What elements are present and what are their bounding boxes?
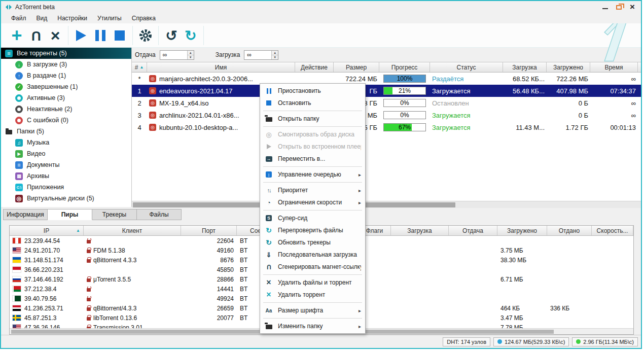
menu-Настройки[interactable]: Настройки [52, 14, 92, 23]
context-menu-item[interactable]: Обновить трекеры [260, 236, 365, 249]
download-limit-down-button[interactable]: ▼ [272, 55, 278, 59]
peer-downloaded: 3.47 МБ [497, 314, 547, 322]
add-torrent-button[interactable]: + [7, 26, 26, 45]
download-total-label: 124.67 МБ(529.33 КБ\с) [505, 339, 565, 345]
start-button[interactable] [71, 26, 91, 45]
menu-Файл[interactable]: Файл [6, 14, 31, 23]
sidebar-item[interactable]: В загрузке (3) [1, 59, 131, 70]
column-header[interactable]: Загрузка [503, 62, 547, 72]
torrent-row[interactable]: 3archlinux-2021.04.01-x86...МБ0%Загружае… [132, 109, 642, 121]
peer-column-header[interactable]: Скорость... [592, 226, 633, 235]
sidebar-item[interactable]: Все торренты (5) [1, 48, 131, 59]
download-total-status: 124.67 МБ(529.33 КБ\с) [493, 337, 569, 346]
menu-Справка[interactable]: Справка [127, 14, 161, 23]
peer-column-header[interactable]: Клиент [84, 226, 181, 235]
peer-downloaded: 6.71 МБ [497, 276, 547, 283]
peer-column-header[interactable]: Отдача [449, 226, 497, 235]
context-menu-item[interactable]: Приоритет▸ [260, 184, 365, 196]
sidebar-item[interactable]: С ошибкой (0) [1, 115, 131, 126]
context-menu-item[interactable]: Открыть папку [260, 113, 365, 125]
column-header[interactable]: Размер [334, 62, 379, 72]
peer-port: 49924 [181, 295, 237, 302]
sidebar-item[interactable]: Музыка [1, 137, 131, 148]
sidebar-item[interactable]: Активные (3) [1, 92, 131, 103]
recheck-icon [264, 226, 273, 234]
column-header[interactable]: #▲ [132, 62, 147, 72]
sidebar-item[interactable]: Неактивные (2) [1, 103, 131, 115]
column-header[interactable]: Загружено [547, 62, 590, 72]
column-label: Действие [301, 64, 328, 71]
column-header[interactable]: Действие [295, 62, 334, 72]
undo-button[interactable]: ↺ [162, 26, 181, 45]
peer-column-header[interactable]: Загружено [497, 226, 547, 235]
context-menu-item[interactable]: Сгенерировать магнет-ссылку [260, 261, 365, 273]
close-button[interactable]: × [630, 4, 635, 11]
context-menu-item[interactable]: Переместить в... [260, 153, 365, 165]
peer-port: 45850 [181, 266, 237, 273]
torrent-row[interactable]: 4kubuntu-20.10-desktop-a...5 ГБ67%Загруж… [132, 121, 642, 133]
column-header[interactable]: Прогресс [379, 62, 430, 72]
torrent-row[interactable]: 2MX-19.4_x64.iso3 ГБ0%Остановлен0 Б∞ [132, 97, 642, 109]
context-menu-item-label: Перепроверить файлы [278, 227, 361, 234]
context-menu-item[interactable]: Остановить [260, 97, 365, 109]
torrent-hscrollbar[interactable] [132, 201, 642, 208]
menu-Утилиты[interactable]: Утилиты [92, 14, 127, 23]
sidebar-item[interactable]: Документы [1, 159, 131, 170]
upload-total-label: 2.96 ГБ(11.34 МБ\с) [583, 339, 634, 345]
context-menu-item[interactable]: Перепроверить файлы [260, 224, 365, 236]
peer-column-header[interactable]: Загрузка [391, 226, 449, 235]
peer-column-header[interactable]: Порт [181, 226, 237, 235]
sidebar-item[interactable]: Приложения [1, 182, 131, 193]
remove-torrent-button[interactable]: × [46, 26, 65, 45]
torrent-down-speed: 56.48 КБ... [503, 87, 547, 95]
stop-button[interactable] [110, 26, 129, 45]
context-menu-item[interactable]: Ограничения скорости▸ [260, 196, 365, 208]
context-menu-item[interactable]: Размер шрифта▸ [260, 304, 365, 317]
redo-button[interactable]: ↻ [181, 26, 200, 45]
tab-Информация[interactable]: Информация [3, 209, 48, 220]
download-limit-value[interactable]: ∞ [244, 51, 271, 59]
maximize-button[interactable] [616, 5, 622, 10]
upload-limit-down-button[interactable]: ▼ [188, 55, 194, 59]
torrent-row[interactable]: *manjaro-architect-20.0.3-2006...722.24 … [132, 73, 642, 85]
context-menu-item[interactable]: Супер-сид [260, 212, 365, 224]
sidebar-item[interactable]: Архивы [1, 170, 131, 182]
column-header[interactable]: Время [590, 62, 638, 72]
context-menu-item[interactable]: Приостановить [260, 85, 365, 97]
torrent-time: ∞ [590, 75, 638, 83]
menu-separator [263, 274, 362, 275]
tab-Файлы[interactable]: Файлы [137, 209, 182, 220]
context-menu-item[interactable]: Удалить файлы и торрент [260, 276, 365, 289]
sidebar-item[interactable]: В раздаче (1) [1, 70, 131, 81]
upload-limit-up-button[interactable]: ▲ [188, 51, 194, 55]
download-limit-up-button[interactable]: ▲ [272, 51, 278, 55]
minimize-button[interactable] [602, 5, 608, 9]
context-menu-item[interactable]: Смонтировать образ диска [260, 128, 365, 141]
context-menu-item[interactable]: Открыть во встроенном плеере [260, 141, 365, 153]
app-logo-icon [5, 4, 12, 10]
context-menu-item[interactable]: Последовательная загрузка [260, 249, 365, 261]
peer-client-label: Transmission 3.01 [93, 324, 143, 329]
torrent-row[interactable]: 1endeavouros-2021.04.17ГБ21%Загружается5… [132, 85, 642, 97]
column-header[interactable]: Имя [147, 62, 295, 72]
sidebar-item[interactable]: Завершенные (1) [1, 81, 131, 92]
pause-button[interactable] [91, 26, 110, 45]
add-magnet-button[interactable]: U [26, 26, 46, 45]
progress-label: 21% [384, 87, 425, 94]
column-header[interactable]: Статус [430, 62, 503, 72]
menu-Вид[interactable]: Вид [31, 14, 53, 23]
toolbar-separator [132, 26, 133, 45]
peer-column-header[interactable]: Отдано [547, 226, 592, 235]
tab-Трекеры[interactable]: Трекеры [92, 209, 137, 220]
upload-limit-value[interactable]: ∞ [160, 51, 187, 59]
peer-column-header[interactable]: IP▲ [10, 226, 84, 235]
settings-button[interactable] [136, 26, 155, 45]
lock-icon [87, 288, 91, 292]
sidebar-item[interactable]: Папки (5) [1, 126, 131, 137]
context-menu-item[interactable]: Управление очередью▸ [260, 168, 365, 181]
sidebar-item[interactable]: Видео [1, 148, 131, 159]
sidebar-item[interactable]: Виртуальные диски (5) [1, 193, 131, 204]
context-menu-item[interactable]: Изменить папку▸ [260, 320, 365, 332]
context-menu-item[interactable]: Удалить торрент [260, 289, 365, 301]
tab-Пиры[interactable]: Пиры [48, 209, 92, 220]
